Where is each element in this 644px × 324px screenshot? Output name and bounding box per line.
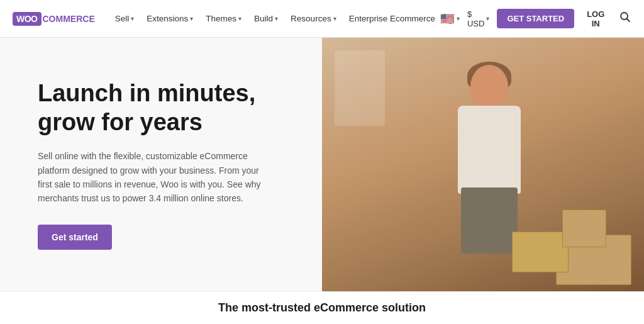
hero-image [322,38,644,291]
login-button[interactable]: LOG IN [582,4,609,33]
navbar: WOO COMMERCE Sell ▾ Extensions ▾ Themes … [0,0,644,38]
chevron-down-icon: ▾ [457,15,460,22]
box-stack [451,177,644,291]
bg-shelf [335,50,385,126]
logo-commerce-text: COMMERCE [43,14,95,24]
nav-item-build[interactable]: Build ▾ [249,10,283,27]
shipping-box-2 [512,232,569,272]
nav-item-extensions[interactable]: Extensions ▾ [142,10,198,27]
search-button[interactable] [617,9,633,28]
shipping-box-3 [562,209,606,247]
hero-title: Launch in minutes,grow for years [38,79,284,137]
logo-box: WOO [13,12,42,26]
get-started-button[interactable]: GET STARTED [497,9,574,28]
currency-selector[interactable]: $ USD ▾ [467,9,489,28]
logo-woo-text: WOO [16,14,38,24]
nav-item-resources[interactable]: Resources ▾ [286,10,341,27]
nav-sell-label: Sell [115,14,130,23]
nav-themes-label: Themes [206,14,236,23]
language-selector[interactable]: 🇺🇸 ▾ [440,12,460,26]
nav-item-enterprise[interactable]: Enterprise Ecommerce [344,10,440,27]
nav-enterprise-label: Enterprise Ecommerce [349,14,435,23]
hero-section: Launch in minutes,grow for years Sell on… [0,38,644,291]
chevron-down-icon: ▾ [190,15,193,22]
chevron-down-icon: ▾ [333,15,336,22]
nav-resources-label: Resources [291,14,331,23]
flag-icon: 🇺🇸 [440,12,454,26]
nav-items: Sell ▾ Extensions ▾ Themes ▾ Build ▾ Res… [110,10,440,27]
person-head [470,65,508,109]
logo[interactable]: WOO COMMERCE [13,12,95,26]
bottom-title: The most-trusted eCommerce solution [218,301,426,315]
bottom-section: The most-trusted eCommerce solution [0,291,644,324]
chevron-down-icon: ▾ [131,15,134,22]
nav-build-label: Build [254,14,273,23]
hero-right [322,38,644,291]
chevron-down-icon: ▾ [238,15,242,22]
hero-cta-button[interactable]: Get started [38,225,112,250]
nav-item-sell[interactable]: Sell ▾ [110,10,140,27]
search-icon [619,11,631,23]
hero-subtitle: Sell online with the flexible, customiza… [38,149,264,206]
chevron-down-icon: ▾ [486,15,489,22]
nav-item-themes[interactable]: Themes ▾ [201,10,247,27]
hero-left: Launch in minutes,grow for years Sell on… [0,38,322,291]
svg-line-1 [627,19,630,22]
currency-label: $ USD [467,9,484,28]
chevron-down-icon: ▾ [275,15,278,22]
nav-right: 🇺🇸 ▾ $ USD ▾ GET STARTED LOG IN [440,4,633,33]
nav-extensions-label: Extensions [147,14,188,23]
